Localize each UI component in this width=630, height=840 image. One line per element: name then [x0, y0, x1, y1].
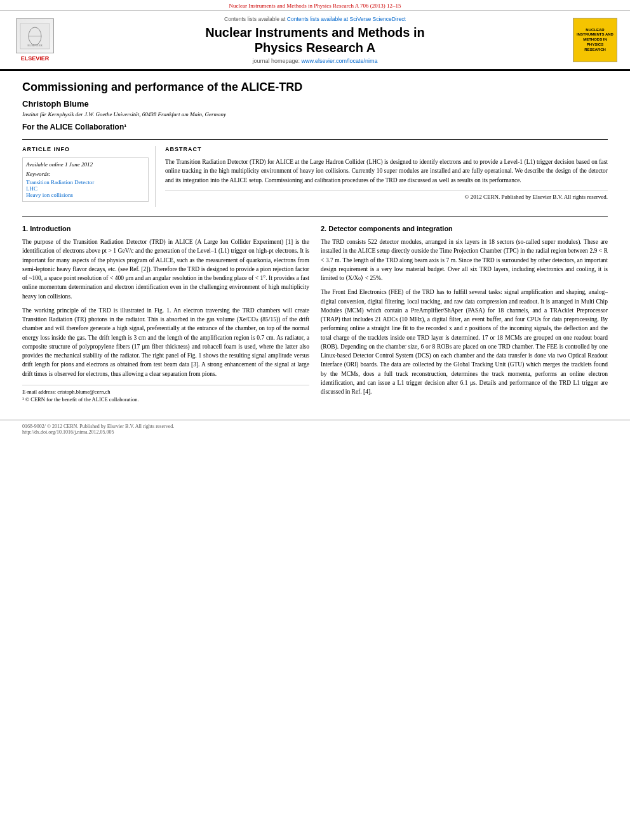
journal-header: ELSEVIER ELSEVIER Contents lists availab… [0, 11, 630, 71]
left-column: 1. Introduction The purpose of the Trans… [22, 225, 309, 404]
keyword-2: LHC [26, 185, 145, 192]
article-info-abstract-section: ARTICLE INFO Available online 1 June 201… [22, 139, 608, 207]
right-column: 2. Detector components and integration T… [321, 225, 608, 404]
main-body-columns: 1. Introduction The purpose of the Trans… [22, 217, 608, 404]
journal-reference-text: Nuclear Instruments and Methods in Physi… [229, 3, 401, 9]
bottom-bar: 0168-9002/ © 2012 CERN. Published by Els… [0, 420, 630, 438]
author-name: Christoph Blume [22, 99, 608, 109]
bottom-issn: 0168-9002/ © 2012 CERN. Published by Els… [22, 423, 608, 429]
journal-homepage: journal homepage: www.elsevier.com/locat… [64, 58, 566, 64]
article-info-title: ARTICLE INFO [22, 146, 149, 152]
journal-homepage-link[interactable]: www.elsevier.com/locate/nima [302, 58, 378, 64]
article-info-panel: ARTICLE INFO Available online 1 June 201… [22, 146, 156, 207]
detector-paragraph-1: The TRD consists 522 detector modules, a… [321, 237, 608, 283]
keyword-1: Transition Radiation Detector [26, 179, 145, 185]
journal-logo-right: NUCLEAR INSTRUMENTS AND METHODS IN PHYSI… [573, 18, 617, 62]
available-date: Available online 1 June 2012 [26, 161, 145, 168]
detector-paragraph-2: The Front End Electronics (FEE) of the T… [321, 288, 608, 396]
affiliation: Institut für Kernphysik der J.W. Goethe … [22, 111, 608, 117]
intro-paragraph-2: The working principle of the TRD is illu… [22, 306, 309, 378]
intro-section-title: 1. Introduction [22, 225, 309, 232]
journal-main-title: Nuclear Instruments and Methods in Physi… [64, 25, 566, 55]
main-content: Commissioning and performance of the ALI… [0, 71, 630, 413]
journal-reference-bar: Nuclear Instruments and Methods in Physi… [0, 0, 630, 11]
keywords-label: Keywords: [26, 171, 145, 177]
paper-title: Commissioning and performance of the ALI… [22, 81, 608, 94]
footnote-1: E-mail address: cristoph.blume@cern.ch [22, 389, 309, 395]
article-info-box: Available online 1 June 2012 Keywords: T… [22, 157, 149, 202]
sciverse-line: Contents lists available at Contents lis… [64, 16, 566, 22]
keyword-3: Heavy ion collisions [26, 192, 145, 198]
journal-title-area: Contents lists available at Contents lis… [64, 16, 566, 64]
bottom-doi: http://dx.doi.org/10.1016/j.nima.2012.05… [22, 429, 608, 435]
footnote-2: ¹ © CERN for the benefit of the ALICE co… [22, 396, 309, 403]
sciverse-link[interactable]: Contents lists available at SciVerse Sci… [287, 16, 406, 22]
elsevier-logo-area: ELSEVIER ELSEVIER [13, 18, 57, 62]
svg-text:ELSEVIER: ELSEVIER [27, 44, 43, 47]
abstract-text: The Transition Radiation Detector (TRD) … [165, 157, 608, 185]
elsevier-logo-image: ELSEVIER [16, 18, 54, 53]
intro-paragraph-1: The purpose of the Transition Radiation … [22, 237, 309, 301]
copyright-line: © 2012 CERN. Published by Elsevier B.V. … [165, 190, 608, 200]
elsevier-brand-text: ELSEVIER [21, 55, 50, 62]
abstract-title: ABSTRACT [165, 146, 608, 152]
abstract-panel: ABSTRACT The Transition Radiation Detect… [165, 146, 608, 207]
footnote-area: E-mail address: cristoph.blume@cern.ch ¹… [22, 385, 309, 403]
collaboration: For the ALICE Collaboration¹ [22, 123, 608, 131]
detector-section-title: 2. Detector components and integration [321, 225, 608, 232]
